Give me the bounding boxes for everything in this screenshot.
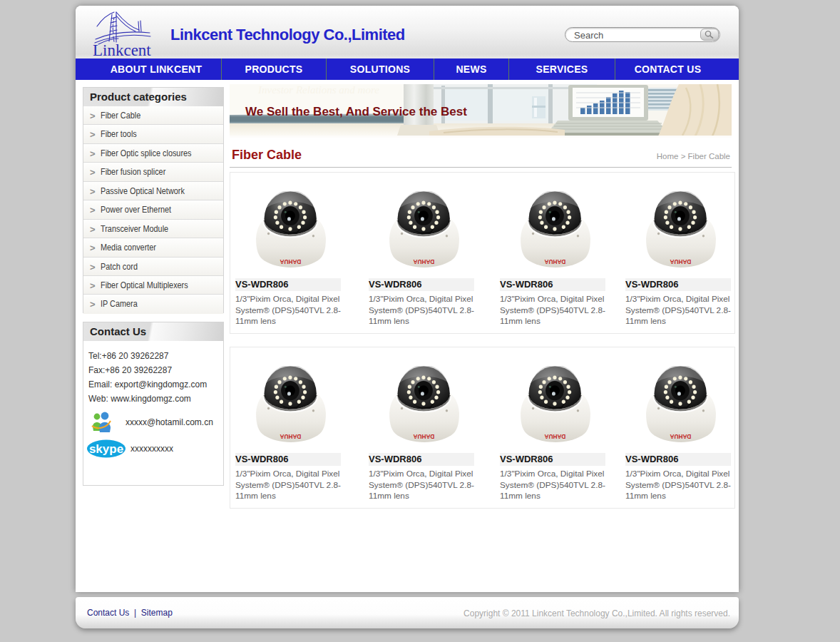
svg-text:We Sell the Best, And Service: We Sell the Best, And Service the Best [245, 105, 467, 118]
svg-text:skype: skype [89, 442, 123, 456]
svg-text:Investor Relations and more: Investor Relations and more [257, 84, 379, 96]
